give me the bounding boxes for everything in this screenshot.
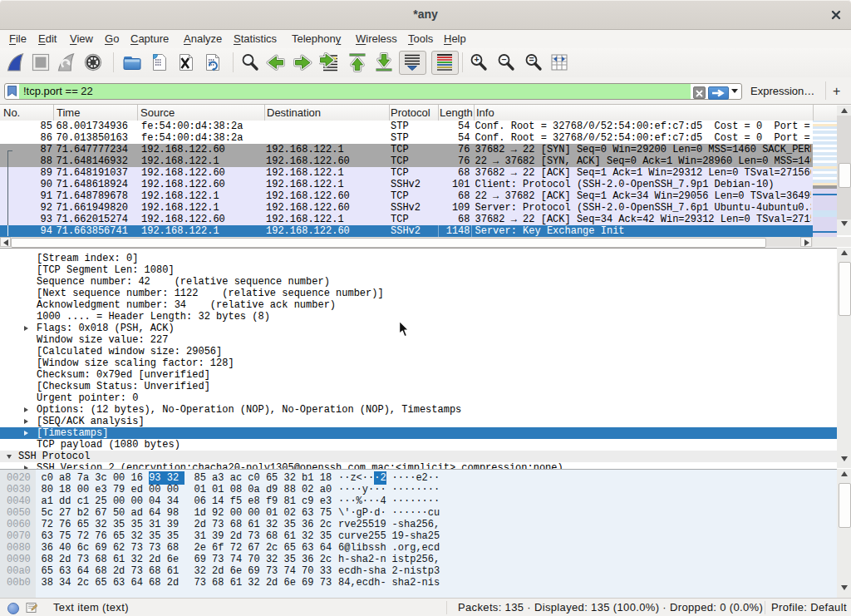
svg-text:=: = xyxy=(529,54,534,64)
svg-text:–: – xyxy=(502,54,507,64)
svg-text:+: + xyxy=(474,54,479,64)
